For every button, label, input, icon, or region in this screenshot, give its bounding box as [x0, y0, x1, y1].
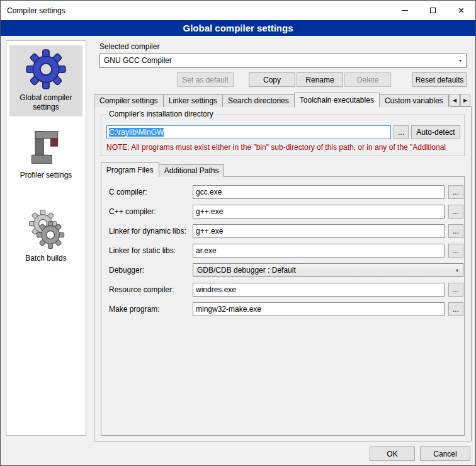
- sidebar-item-profiler-settings[interactable]: Profiler settings: [9, 125, 82, 185]
- settings-tab-strip: Compiler settings Linker settings Search…: [94, 93, 450, 107]
- sidebar-item-label: Batch builds: [11, 254, 81, 263]
- chevron-down-icon: ▾: [456, 264, 458, 277]
- debugger-value: GDB/CDB debugger : Default: [197, 266, 296, 275]
- c-compiler-label: C compiler:: [109, 185, 191, 199]
- debugger-label: Debugger:: [109, 263, 191, 277]
- installation-note: NOTE: All programs must exist either in …: [106, 143, 463, 152]
- cpp-compiler-label: C++ compiler:: [109, 205, 191, 219]
- installation-directory-input[interactable]: C:\raylib\MinGW: [106, 125, 391, 139]
- tab-linker-settings[interactable]: Linker settings: [163, 94, 223, 107]
- blue-gear-icon: [11, 48, 81, 90]
- selected-compiler-value: GNU GCC Compiler: [104, 56, 172, 65]
- installation-directory-label: Compiler's installation directory: [106, 110, 216, 118]
- selected-compiler-combobox[interactable]: GNU GCC Compiler ▾: [99, 54, 467, 68]
- dialog-banner-title: Global compiler settings: [1, 20, 475, 36]
- tab-search-directories[interactable]: Search directories: [222, 94, 295, 107]
- delete-button[interactable]: Delete: [344, 72, 391, 87]
- close-button[interactable]: ×: [447, 1, 475, 20]
- sidebar-item-batch-builds[interactable]: Batch builds: [9, 206, 82, 268]
- tab-scroll-left-button[interactable]: ◀: [450, 94, 460, 106]
- selected-compiler-label: Selected compiler: [99, 42, 159, 51]
- c-compiler-browse-button[interactable]: ...: [448, 185, 463, 199]
- make-program-input[interactable]: [193, 302, 445, 316]
- set-as-default-button[interactable]: Set as default: [177, 72, 234, 87]
- tab-scroll-right-button[interactable]: ▶: [460, 94, 470, 106]
- resource-compiler-label: Resource compiler:: [109, 283, 191, 297]
- scroll-left-icon: ◀: [453, 98, 456, 103]
- subtab-program-files[interactable]: Program Files: [101, 162, 159, 177]
- linker-static-browse-button[interactable]: ...: [448, 244, 463, 258]
- debugger-combobox[interactable]: GDB/CDB debugger : Default ▾: [193, 263, 463, 277]
- minimize-button[interactable]: [390, 1, 419, 20]
- installation-directory-selected-text: C:\raylib\MinGW: [109, 128, 164, 137]
- titlebar: Compiler settings ×: [1, 1, 475, 20]
- tab-scroll-buttons: ◀ ▶: [449, 94, 470, 106]
- maximize-button[interactable]: [419, 1, 447, 20]
- cpp-compiler-input[interactable]: [193, 205, 445, 219]
- close-icon: ×: [458, 6, 464, 16]
- tab-compiler-settings[interactable]: Compiler settings: [94, 94, 164, 107]
- installation-directory-browse-button[interactable]: ...: [394, 125, 409, 139]
- auto-detect-button[interactable]: Auto-detect: [411, 125, 460, 139]
- sidebar-item-label: Profiler settings: [11, 171, 81, 180]
- scroll-right-icon: ▶: [463, 98, 467, 103]
- make-program-label: Make program:: [109, 302, 191, 316]
- profiler-tool-icon: [11, 128, 81, 168]
- reset-defaults-button[interactable]: Reset defaults: [412, 72, 467, 87]
- cpp-compiler-browse-button[interactable]: ...: [448, 205, 463, 219]
- program-files-panel: C compiler: ... C++ compiler: ... Linker…: [101, 176, 465, 436]
- rename-button[interactable]: Rename: [297, 72, 343, 87]
- window-controls: ×: [390, 1, 475, 20]
- toolchain-executables-panel: Compiler's installation directory C:\ray…: [94, 106, 472, 441]
- minimize-icon: [402, 10, 408, 11]
- executables-subtab-strip: Program Files Additional Paths: [101, 162, 224, 177]
- resource-compiler-browse-button[interactable]: ...: [448, 283, 463, 297]
- subtab-additional-paths[interactable]: Additional Paths: [159, 164, 225, 177]
- tab-toolchain-executables[interactable]: Toolchain executables: [294, 93, 380, 107]
- settings-category-list: Global compiler settings Profiler settin…: [6, 40, 86, 436]
- sidebar-item-label: Global compiler settings: [11, 93, 81, 112]
- compiler-actions: Set as default Copy Rename Delete Reset …: [99, 72, 467, 87]
- linker-dynamic-label: Linker for dynamic libs:: [109, 224, 191, 238]
- window-title: Compiler settings: [7, 6, 65, 15]
- linker-static-input[interactable]: [193, 244, 445, 258]
- make-program-browse-button[interactable]: ...: [448, 302, 463, 316]
- maximize-icon: [430, 8, 436, 13]
- linker-static-label: Linker for static libs:: [109, 244, 191, 258]
- resource-compiler-input[interactable]: [193, 283, 445, 297]
- installation-directory-groupbox: Compiler's installation directory C:\ray…: [101, 115, 465, 156]
- gear-stack-icon: [11, 209, 81, 251]
- linker-dynamic-browse-button[interactable]: ...: [448, 224, 463, 238]
- copy-button[interactable]: Copy: [249, 72, 295, 87]
- c-compiler-input[interactable]: [193, 185, 445, 199]
- ok-button[interactable]: OK: [370, 446, 415, 461]
- linker-dynamic-input[interactable]: [193, 224, 445, 238]
- cancel-button[interactable]: Cancel: [420, 446, 470, 461]
- tab-custom-variables[interactable]: Custom variables: [379, 94, 449, 107]
- compiler-settings-dialog: Compiler settings × Global compiler sett…: [0, 0, 476, 466]
- sidebar-item-global-compiler-settings[interactable]: Global compiler settings: [9, 45, 82, 116]
- chevron-down-icon: ▾: [459, 54, 462, 67]
